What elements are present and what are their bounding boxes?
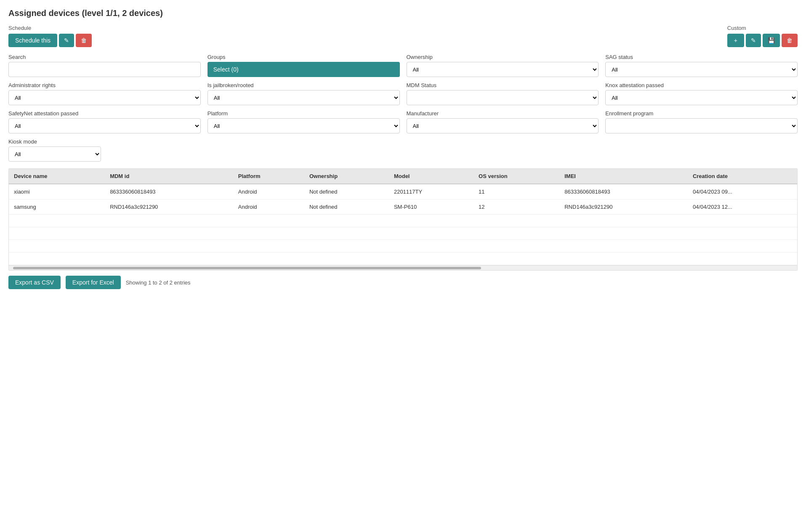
bottom-bar: Export as CSV Export for Excel Showing 1…	[8, 276, 798, 289]
groups-filter: Groups Select (0)	[207, 54, 400, 77]
table-header-row: Device name MDM id Platform Ownership Mo…	[9, 169, 797, 184]
custom-section: Custom + ✎ 💾 🗑	[727, 25, 798, 47]
col-device-name: Device name	[9, 169, 105, 184]
export-excel-button[interactable]: Export for Excel	[66, 276, 121, 289]
table-row[interactable]: xiaomi863336060818493AndroidNot defined2…	[9, 184, 797, 200]
col-mdm-id: MDM id	[105, 169, 233, 184]
col-platform: Platform	[233, 169, 304, 184]
safetynet-label: SafetyNet attestation passed	[8, 110, 201, 117]
sag-status-filter: SAG status All	[605, 54, 798, 77]
empty-row	[9, 215, 797, 227]
scrollbar-track	[13, 267, 481, 269]
save-icon: 💾	[768, 37, 775, 44]
enrollment-filter: Enrollment program	[605, 110, 798, 133]
knox-label: Knox attestation passed	[605, 82, 798, 88]
admin-rights-filter: Administrator rights All	[8, 82, 201, 105]
enrollment-select[interactable]	[605, 118, 798, 133]
mdm-status-select[interactable]	[407, 90, 599, 105]
mdm-status-label: MDM Status	[407, 82, 599, 88]
col-os-version: OS version	[473, 169, 559, 184]
kiosk-row: Kiosk mode All	[8, 138, 798, 162]
platform-select[interactable]: All	[207, 118, 400, 133]
manufacturer-label: Manufacturer	[407, 110, 599, 117]
platform-filter: Platform All	[207, 110, 400, 133]
devices-table-container: Device name MDM id Platform Ownership Mo…	[8, 168, 798, 271]
edit-icon: ✎	[64, 37, 69, 44]
empty-row	[9, 240, 797, 253]
kiosk-label: Kiosk mode	[8, 138, 101, 145]
knox-filter: Knox attestation passed All	[605, 82, 798, 105]
custom-delete-button[interactable]: 🗑	[782, 34, 798, 47]
enrollment-label: Enrollment program	[605, 110, 798, 117]
manufacturer-filter: Manufacturer All	[407, 110, 599, 133]
schedule-edit-button[interactable]: ✎	[59, 34, 74, 47]
search-input[interactable]	[8, 62, 201, 77]
col-ownership: Ownership	[304, 169, 389, 184]
admin-rights-select[interactable]: All	[8, 90, 201, 105]
ownership-select[interactable]: All	[407, 62, 599, 77]
sag-status-label: SAG status	[605, 54, 798, 60]
jailbroken-filter: Is jailbroken/rooted All	[207, 82, 400, 105]
custom-save-button[interactable]: 💾	[763, 34, 780, 47]
kiosk-select[interactable]: All	[8, 146, 101, 162]
table-row[interactable]: samsungRND146a3c921290AndroidNot defined…	[9, 200, 797, 215]
add-icon: +	[734, 37, 737, 44]
showing-text: Showing 1 to 2 of 2 entries	[126, 279, 191, 286]
col-creation-date: Creation date	[688, 169, 797, 184]
search-filter: Search	[8, 54, 201, 77]
jailbroken-select[interactable]: All	[207, 90, 400, 105]
col-model: Model	[389, 169, 473, 184]
delete-icon: 🗑	[787, 37, 793, 44]
search-label: Search	[8, 54, 201, 60]
safetynet-filter: SafetyNet attestation passed All	[8, 110, 201, 133]
col-imei: IMEI	[559, 169, 688, 184]
filters-grid: Search Groups Select (0) Ownership All S…	[8, 54, 798, 133]
mdm-status-filter: MDM Status	[407, 82, 599, 105]
groups-label: Groups	[207, 54, 400, 60]
edit-icon: ✎	[751, 37, 756, 44]
kiosk-filter: Kiosk mode All	[8, 138, 101, 162]
manufacturer-select[interactable]: All	[407, 118, 599, 133]
knox-select[interactable]: All	[605, 90, 798, 105]
schedule-this-button[interactable]: Schedule this	[8, 34, 57, 47]
delete-icon: 🗑	[81, 37, 87, 44]
page-title: Assigned devices (level 1/1, 2 devices)	[8, 8, 798, 18]
export-csv-button[interactable]: Export as CSV	[8, 276, 61, 289]
platform-label: Platform	[207, 110, 400, 117]
schedule-delete-button[interactable]: 🗑	[76, 34, 92, 47]
empty-row	[9, 227, 797, 240]
groups-select-button[interactable]: Select (0)	[207, 62, 400, 77]
sag-status-select[interactable]: All	[605, 62, 798, 77]
ownership-filter: Ownership All	[407, 54, 599, 77]
schedule-section: Schedule Schedule this ✎ 🗑	[8, 25, 92, 47]
jailbroken-label: Is jailbroken/rooted	[207, 82, 400, 88]
custom-label: Custom	[727, 25, 798, 31]
safetynet-select[interactable]: All	[8, 118, 201, 133]
ownership-label: Ownership	[407, 54, 599, 60]
custom-edit-button[interactable]: ✎	[746, 34, 761, 47]
empty-row	[9, 253, 797, 265]
horizontal-scrollbar[interactable]	[9, 265, 797, 270]
admin-rights-label: Administrator rights	[8, 82, 201, 88]
custom-add-button[interactable]: +	[727, 34, 744, 47]
schedule-label: Schedule	[8, 25, 92, 31]
devices-table: Device name MDM id Platform Ownership Mo…	[9, 169, 797, 265]
